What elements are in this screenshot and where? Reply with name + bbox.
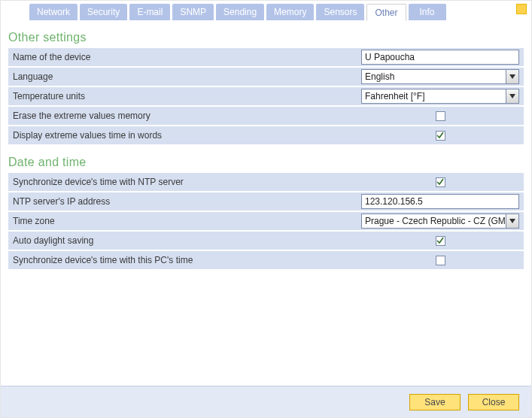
dropdown-arrow-icon — [506, 70, 518, 83]
section-title-other: Other settings — [8, 26, 524, 47]
row-temp-units: Temperature units Fahrenheit [°F] — [8, 87, 524, 106]
temp-units-select-value: Fahrenheit [°F] — [362, 89, 506, 103]
label-device-name: Name of the device — [13, 52, 361, 62]
row-display-words: Display extreme values time in words — [8, 126, 524, 145]
row-device-name: Name of the device — [8, 48, 524, 67]
device-name-input[interactable] — [361, 50, 519, 65]
label-erase-extreme: Erase the extreme values memory — [13, 111, 361, 121]
ntp-ip-input[interactable] — [361, 194, 519, 209]
tab-security[interactable]: Security — [80, 4, 127, 20]
content-panel: Other settings Name of the device Langua… — [1, 20, 531, 386]
label-sync-ntp: Synchronize device's time with NTP serve… — [13, 177, 361, 187]
row-timezone: Time zone Prague - Czech Republic - CZ (… — [8, 212, 524, 231]
tab-bar: Network Security E-mail SNMP Sending Mem… — [7, 4, 525, 20]
row-auto-dst: Auto daylight saving — [8, 232, 524, 250]
display-words-checkbox[interactable] — [436, 131, 445, 141]
row-sync-pc: Synchronize device's time with this PC's… — [8, 251, 524, 270]
language-select-value: English — [362, 70, 506, 83]
label-display-words: Display extreme values time in words — [13, 130, 361, 141]
timezone-select-value: Prague - Czech Republic - CZ (GMT+1) — [362, 214, 506, 228]
tab-other[interactable]: Other — [366, 4, 406, 21]
label-timezone: Time zone — [13, 216, 361, 226]
corner-badge-icon — [516, 4, 527, 14]
auto-dst-checkbox[interactable] — [436, 236, 445, 246]
footer-bar: Save Close — [1, 386, 531, 417]
tab-bar-wrap: Network Security E-mail SNMP Sending Mem… — [1, 1, 531, 20]
sync-pc-checkbox[interactable] — [436, 256, 445, 265]
section-title-date-time: Date and time — [8, 151, 524, 172]
sync-ntp-checkbox[interactable] — [436, 177, 445, 187]
svg-marker-0 — [509, 74, 515, 79]
close-button[interactable]: Close — [468, 394, 519, 410]
row-language: Language English — [8, 68, 524, 86]
label-temp-units: Temperature units — [13, 91, 361, 101]
label-language: Language — [13, 71, 361, 82]
tab-email[interactable]: E-mail — [129, 4, 170, 20]
tab-network[interactable]: Network — [29, 4, 78, 20]
tab-info[interactable]: Info — [409, 4, 446, 20]
temp-units-select[interactable]: Fahrenheit [°F] — [361, 89, 519, 104]
dropdown-arrow-icon — [506, 214, 518, 228]
language-select[interactable]: English — [361, 69, 519, 84]
row-sync-ntp: Synchronize device's time with NTP serve… — [8, 173, 524, 192]
label-sync-pc: Synchronize device's time with this PC's… — [13, 255, 361, 265]
label-auto-dst: Auto daylight saving — [13, 235, 361, 246]
dropdown-arrow-icon — [506, 89, 518, 103]
erase-extreme-checkbox[interactable] — [436, 111, 445, 121]
tab-memory[interactable]: Memory — [266, 4, 314, 20]
settings-window: Network Security E-mail SNMP Sending Mem… — [0, 0, 532, 418]
row-erase-extreme: Erase the extreme values memory — [8, 107, 524, 126]
save-button[interactable]: Save — [409, 394, 461, 410]
timezone-select[interactable]: Prague - Czech Republic - CZ (GMT+1) — [361, 214, 519, 229]
tab-snmp[interactable]: SNMP — [172, 4, 214, 20]
label-ntp-ip: NTP server's IP address — [13, 196, 361, 207]
row-ntp-ip: NTP server's IP address — [8, 192, 524, 211]
svg-marker-1 — [509, 94, 515, 98]
tab-sensors[interactable]: Sensors — [316, 4, 364, 20]
svg-marker-2 — [509, 219, 515, 223]
tab-sending[interactable]: Sending — [216, 4, 264, 20]
